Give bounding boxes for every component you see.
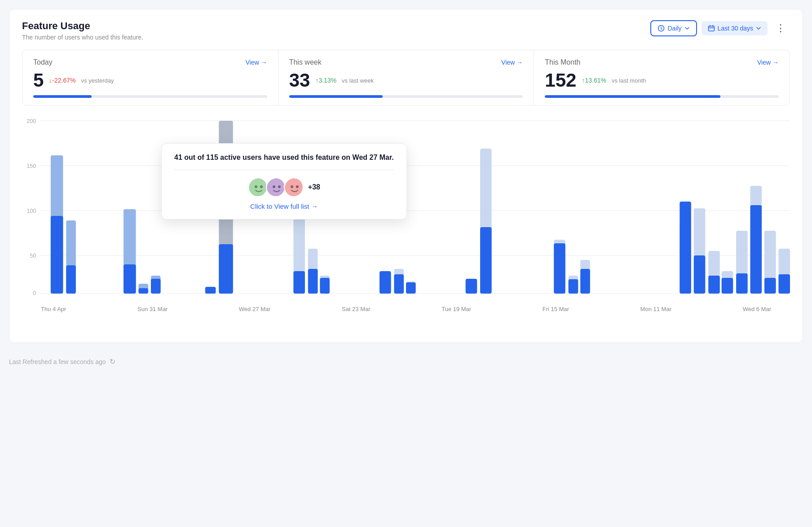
tooltip-avatars: +38 xyxy=(174,177,394,197)
bar-dark xyxy=(205,287,216,294)
stat-month-change: ↑13.61% xyxy=(582,77,606,84)
chevron-down-icon xyxy=(684,26,690,31)
last30-button[interactable]: Last 30 days xyxy=(702,21,768,35)
clock-icon xyxy=(658,25,665,32)
svg-point-17 xyxy=(278,185,281,188)
more-button[interactable]: ⋮ xyxy=(772,21,790,36)
stat-week: This week View → 33 ↑3.13% vs last week xyxy=(278,50,534,105)
bar-dark xyxy=(293,271,305,294)
stat-week-progress xyxy=(289,95,523,98)
x-label-tue19: Tue 19 Mar xyxy=(441,306,471,312)
chart-container: 200 150 100 50 0 xyxy=(22,116,790,332)
bar-dark xyxy=(694,255,706,294)
bar-dark xyxy=(764,278,776,294)
stat-month-header: This Month View → xyxy=(545,58,779,66)
refresh-icon[interactable]: ↻ xyxy=(110,357,115,366)
stat-week-change: ↑3.13% xyxy=(315,77,336,84)
svg-point-15 xyxy=(267,178,286,197)
stat-month-view[interactable]: View → xyxy=(757,59,779,66)
bar-dark xyxy=(480,227,492,294)
bar-dark-selected xyxy=(219,244,233,294)
stat-today: Today View → 5 ↓-22.67% vs yesterday xyxy=(22,50,278,105)
svg-text:100: 100 xyxy=(26,207,36,214)
card-header: Feature Usage The number of users who us… xyxy=(22,20,790,41)
stat-month-values: 152 ↑13.61% vs last month xyxy=(545,71,779,90)
x-axis: Thu 4 Apr Sun 31 Mar Wed 27 Mar Sat 23 M… xyxy=(22,306,790,312)
daily-button[interactable]: Daily xyxy=(650,20,697,36)
bar-dark xyxy=(380,271,391,294)
card-title: Feature Usage xyxy=(22,20,143,32)
stat-today-value: 5 xyxy=(33,71,44,90)
stat-today-label: Today xyxy=(33,58,53,66)
bar-dark xyxy=(320,278,330,294)
bar-dark xyxy=(554,243,565,294)
svg-point-16 xyxy=(273,185,275,188)
bar-dark xyxy=(394,274,404,294)
svg-point-20 xyxy=(296,185,299,188)
stats-row: Today View → 5 ↓-22.67% vs yesterday Thi… xyxy=(22,50,790,105)
x-label-mon11: Mon 11 Mar xyxy=(640,306,671,312)
stat-today-change: ↓-22.67% xyxy=(49,77,75,84)
bar-dark xyxy=(736,273,748,294)
controls: Daily Last 30 days ⋮ xyxy=(650,20,790,36)
svg-text:200: 200 xyxy=(26,118,36,124)
bar-dark xyxy=(308,269,318,294)
stat-week-label: This week xyxy=(289,58,322,66)
avatar-count: +38 xyxy=(308,183,320,191)
stat-week-values: 33 ↑3.13% vs last week xyxy=(289,71,523,90)
bar-dark xyxy=(151,279,161,294)
bar-dark xyxy=(580,269,590,294)
avatar-3 xyxy=(284,177,304,197)
stat-week-view[interactable]: View → xyxy=(501,59,523,66)
stat-month: This Month View → 152 ↑13.61% vs last mo… xyxy=(534,50,790,105)
chart-tooltip[interactable]: 41 out of 115 active users have used thi… xyxy=(161,143,407,220)
bar-dark xyxy=(569,279,578,294)
svg-point-19 xyxy=(291,185,293,188)
x-label-wed6: Wed 6 Mar xyxy=(743,306,771,312)
title-block: Feature Usage The number of users who us… xyxy=(22,20,143,41)
stat-today-vs: vs yesterday xyxy=(81,77,114,84)
stat-week-value: 33 xyxy=(289,71,310,90)
x-label-thu4: Thu 4 Apr xyxy=(41,306,66,312)
svg-text:50: 50 xyxy=(30,252,36,259)
tooltip-view-link[interactable]: Click to View full list → xyxy=(174,202,394,210)
chevron-down-icon-2 xyxy=(756,26,761,31)
footer: Last Refreshed a few seconds ago ↻ xyxy=(9,350,803,366)
avatar-1 xyxy=(248,177,268,197)
stat-month-label: This Month xyxy=(545,58,580,66)
bar-dark xyxy=(124,264,136,294)
bar-dark xyxy=(750,205,762,294)
x-label-sun31: Sun 31 Mar xyxy=(137,306,168,312)
stat-week-vs: vs last week xyxy=(342,77,374,84)
stat-week-header: This week View → xyxy=(289,58,523,66)
bar-dark xyxy=(708,276,720,294)
bar-dark xyxy=(66,265,76,294)
svg-point-14 xyxy=(260,185,263,188)
stat-week-fill xyxy=(289,95,383,98)
bar-dark xyxy=(406,282,416,294)
stat-month-progress xyxy=(545,95,779,98)
bar-dark xyxy=(466,279,477,294)
refresh-text: Last Refreshed a few seconds ago xyxy=(9,358,106,365)
stat-today-progress xyxy=(33,95,267,98)
stat-today-view[interactable]: View → xyxy=(246,59,267,66)
svg-text:150: 150 xyxy=(26,162,36,169)
stat-month-vs: vs last month xyxy=(612,77,646,84)
stat-today-header: Today View → xyxy=(33,58,267,66)
bar-dark xyxy=(722,278,733,294)
bar-dark xyxy=(138,288,148,294)
feature-usage-card: Feature Usage The number of users who us… xyxy=(9,9,803,343)
svg-point-13 xyxy=(255,185,257,188)
bar-dark xyxy=(680,202,691,294)
svg-text:0: 0 xyxy=(33,290,36,296)
tooltip-divider xyxy=(174,170,394,170)
svg-rect-1 xyxy=(708,26,714,31)
bar-dark xyxy=(778,274,790,294)
card-subtitle: The number of users who used this featur… xyxy=(22,34,143,41)
x-label-sat23: Sat 23 Mar xyxy=(342,306,371,312)
bar-dark xyxy=(51,216,63,294)
svg-point-18 xyxy=(285,178,304,197)
x-label-fri15: Fri 15 Mar xyxy=(543,306,569,312)
stat-month-fill xyxy=(545,95,720,98)
avatar-2 xyxy=(266,177,286,197)
